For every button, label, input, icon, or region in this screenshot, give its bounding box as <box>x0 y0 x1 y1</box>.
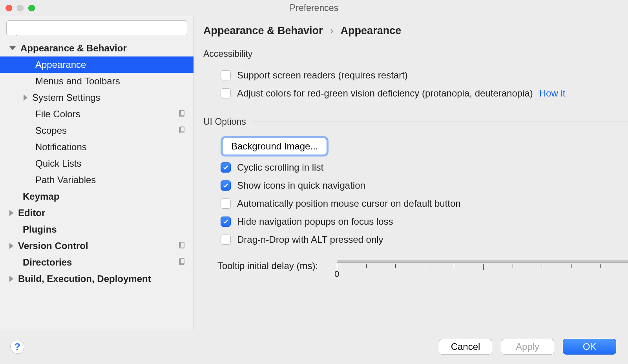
sidebar-item-file-colors[interactable]: File Colors <box>0 106 194 122</box>
row-bg-image: Background Image... <box>203 134 628 158</box>
sidebar-tree: Appearance & Behavior Appearance Menus a… <box>0 40 194 287</box>
main-panel: Appearance & Behavior › Appearance Acces… <box>194 16 628 330</box>
section-accessibility: Accessibility <box>203 49 628 59</box>
row-cyclic-scrolling[interactable]: Cyclic scrolling in list <box>203 158 628 177</box>
svg-rect-2 <box>181 111 184 116</box>
sidebar-item-system-settings[interactable]: System Settings <box>0 89 194 106</box>
sidebar-item-label: File Colors <box>35 109 80 120</box>
checkbox-show-icons[interactable] <box>221 180 231 191</box>
sidebar-item-label: Version Control <box>18 240 88 251</box>
breadcrumb-current: Appearance <box>341 25 402 37</box>
checkbox-label: Automatically position mouse cursor on d… <box>237 198 461 209</box>
project-settings-icon <box>178 125 186 136</box>
checkbox-screen-readers[interactable] <box>221 70 231 80</box>
sidebar-item-appearance-behavior[interactable]: Appearance & Behavior <box>0 40 194 56</box>
chevron-right-icon <box>24 95 27 101</box>
sidebar-item-scopes[interactable]: Scopes <box>0 122 194 139</box>
sidebar-item-quick-lists[interactable]: Quick Lists <box>0 155 194 172</box>
window-title: Preferences <box>0 3 628 13</box>
link-how-it-works[interactable]: How it <box>539 88 566 99</box>
sidebar-item-directories[interactable]: Directories <box>0 254 194 271</box>
sidebar-item-label: Scopes <box>35 125 67 136</box>
footer: ? Cancel Apply OK <box>0 330 628 364</box>
checkbox-label: Cyclic scrolling in list <box>237 162 323 173</box>
row-tooltip-delay: Tooltip initial delay (ms): 0 <box>203 249 628 271</box>
sidebar-item-label: Appearance & Behavior <box>20 43 127 54</box>
ok-button[interactable]: OK <box>563 339 616 355</box>
chevron-right-icon <box>9 276 13 282</box>
divider <box>252 122 628 122</box>
project-settings-icon <box>178 240 186 251</box>
sidebar-item-label: Menus and Toolbars <box>35 76 120 87</box>
chevron-right-icon <box>9 210 13 216</box>
row-mouse-cursor[interactable]: Automatically position mouse cursor on d… <box>203 195 628 213</box>
help-button[interactable]: ? <box>10 340 24 354</box>
sidebar-item-build-execution-deployment[interactable]: Build, Execution, Deployment <box>0 271 194 287</box>
chevron-down-icon <box>9 46 16 50</box>
breadcrumb-parent[interactable]: Appearance & Behavior <box>203 25 323 37</box>
sidebar-item-version-control[interactable]: Version Control <box>0 238 194 254</box>
chevron-right-icon <box>9 243 13 249</box>
checkbox-label: Drag-n-Drop with ALT pressed only <box>237 234 383 245</box>
svg-rect-8 <box>181 259 184 264</box>
sidebar-item-editor[interactable]: Editor <box>0 205 194 221</box>
row-color-adjust[interactable]: Adjust colors for red-green vision defic… <box>203 84 628 102</box>
slider-tick-label: 0 <box>334 269 339 279</box>
svg-rect-4 <box>181 127 184 132</box>
sidebar-item-path-variables[interactable]: Path Variables <box>0 172 194 188</box>
sidebar-item-label: System Settings <box>32 92 100 103</box>
row-screen-readers[interactable]: Support screen readers (requires restart… <box>203 66 628 84</box>
titlebar: Preferences <box>0 0 628 16</box>
svg-rect-6 <box>181 242 184 248</box>
checkbox-label: Support screen readers (requires restart… <box>237 70 408 81</box>
sidebar-item-label: Appearance <box>35 59 86 70</box>
project-settings-icon <box>178 257 186 268</box>
checkbox-label: Show icons in quick navigation <box>237 180 365 191</box>
breadcrumb-separator-icon: › <box>330 25 334 37</box>
tooltip-delay-slider[interactable]: 0 <box>337 260 628 270</box>
slider-label: Tooltip initial delay (ms): <box>217 260 318 271</box>
section-ui-options: UI Options <box>203 116 628 127</box>
checkbox-hide-popups[interactable] <box>221 217 231 227</box>
sidebar-item-label: Plugins <box>23 224 57 235</box>
sidebar-item-label: Path Variables <box>35 175 96 186</box>
checkbox-label: Hide navigation popups on focus loss <box>237 216 393 227</box>
checkbox-drag-drop[interactable] <box>221 235 231 245</box>
sidebar-item-label: Editor <box>18 207 45 218</box>
row-drag-drop[interactable]: Drag-n-Drop with ALT pressed only <box>203 231 628 249</box>
project-settings-icon <box>178 109 186 120</box>
sidebar: Appearance & Behavior Appearance Menus a… <box>0 16 194 330</box>
apply-button[interactable]: Apply <box>501 339 554 355</box>
sidebar-item-label: Notifications <box>35 142 87 153</box>
checkbox-cyclic-scrolling[interactable] <box>221 162 231 173</box>
sidebar-item-label: Keymap <box>23 191 59 202</box>
divider <box>259 54 628 54</box>
search-input[interactable] <box>6 20 187 35</box>
sidebar-item-label: Quick Lists <box>35 158 81 169</box>
background-image-button[interactable]: Background Image... <box>222 138 327 155</box>
cancel-button[interactable]: Cancel <box>439 339 492 355</box>
checkbox-label: Adjust colors for red-green vision defic… <box>237 88 533 99</box>
row-show-icons[interactable]: Show icons in quick navigation <box>203 177 628 195</box>
section-title: UI Options <box>203 116 246 127</box>
sidebar-item-label: Directories <box>23 257 72 268</box>
sidebar-item-label: Build, Execution, Deployment <box>18 273 151 284</box>
checkbox-mouse-cursor[interactable] <box>221 198 231 209</box>
section-title: Accessibility <box>203 49 252 59</box>
sidebar-item-keymap[interactable]: Keymap <box>0 188 194 205</box>
breadcrumb: Appearance & Behavior › Appearance <box>203 25 628 37</box>
content-pane: Appearance & Behavior Appearance Menus a… <box>0 16 628 330</box>
sidebar-item-menus-toolbars[interactable]: Menus and Toolbars <box>0 73 194 89</box>
row-hide-popups[interactable]: Hide navigation popups on focus loss <box>203 213 628 231</box>
sidebar-item-appearance[interactable]: Appearance <box>0 56 194 73</box>
checkbox-color-adjust[interactable] <box>221 88 231 98</box>
sidebar-item-notifications[interactable]: Notifications <box>0 139 194 155</box>
sidebar-item-plugins[interactable]: Plugins <box>0 221 194 238</box>
